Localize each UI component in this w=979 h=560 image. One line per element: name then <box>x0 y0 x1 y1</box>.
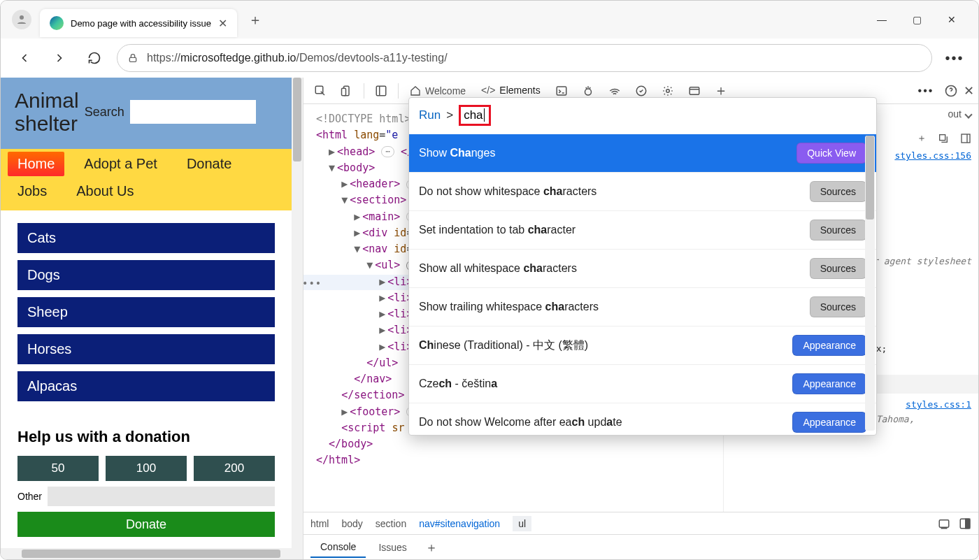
back-button[interactable] <box>12 45 37 71</box>
minimize-button[interactable]: — <box>873 14 890 25</box>
tab-close-icon[interactable]: ✕ <box>218 17 227 30</box>
svg-rect-1 <box>129 57 136 62</box>
svg-rect-14 <box>940 135 945 141</box>
url-text: https://microsoftedge.github.io/Demos/de… <box>147 52 448 64</box>
svg-point-10 <box>666 89 669 92</box>
computed-toggle-icon[interactable] <box>960 133 971 144</box>
other-amount-input[interactable] <box>48 487 275 506</box>
forward-button[interactable] <box>47 45 72 71</box>
list-item[interactable]: Sheep <box>17 297 275 327</box>
source-link[interactable]: styles.css:1 <box>906 398 971 412</box>
command-badge: Sources <box>810 220 866 240</box>
command-item[interactable]: Do not show Welcome after each updateApp… <box>409 403 876 441</box>
drawer-tab-issues[interactable]: Issues <box>369 538 416 557</box>
svg-rect-5 <box>376 86 386 96</box>
vertical-scrollbar[interactable] <box>292 78 303 559</box>
inspect-icon[interactable] <box>308 80 333 101</box>
amount-button[interactable]: 100 <box>106 456 187 481</box>
address-bar[interactable]: https://microsoftedge.github.io/Demos/de… <box>117 44 932 72</box>
gutter-more-icon[interactable]: ••• <box>302 276 322 292</box>
command-prompt-icon: > <box>446 108 453 122</box>
search-input[interactable] <box>130 100 256 124</box>
new-tab-button[interactable]: ＋ <box>248 10 262 29</box>
rendering-icon[interactable] <box>938 517 950 530</box>
list-item[interactable]: Alpacas <box>17 371 275 401</box>
drawer-tab-console[interactable]: Console <box>310 537 366 558</box>
refresh-button[interactable] <box>82 45 107 71</box>
nav-adopt[interactable]: Adopt a Pet <box>74 152 167 176</box>
amount-button[interactable]: 200 <box>194 456 275 481</box>
activity-bar-icon[interactable] <box>369 80 394 101</box>
search-label: Search <box>85 105 124 120</box>
page-header: Animalshelter Search <box>1 78 292 149</box>
close-devtools-button[interactable]: ✕ <box>964 83 974 99</box>
styles-dropdown[interactable]: out <box>948 108 971 120</box>
toggle-classes-icon[interactable] <box>938 133 949 144</box>
command-badge: Sources <box>810 258 866 279</box>
crumb[interactable]: section <box>376 518 406 529</box>
command-item[interactable]: Show all whitespace charactersSources <box>409 249 876 287</box>
command-badge: Sources <box>810 181 866 202</box>
svg-rect-15 <box>962 134 970 143</box>
maximize-button[interactable]: ▢ <box>908 14 925 25</box>
crumb[interactable]: nav#sitenavigation <box>419 518 500 529</box>
svg-rect-11 <box>689 87 699 94</box>
close-window-button[interactable]: ✕ <box>943 14 960 25</box>
svg-point-0 <box>20 15 24 20</box>
list-item[interactable]: Horses <box>17 334 275 364</box>
edge-logo-icon <box>50 16 64 30</box>
nav-home[interactable]: Home <box>8 152 64 176</box>
browser-menu-button[interactable]: ••• <box>942 50 967 66</box>
nav-donate[interactable]: Donate <box>177 152 242 176</box>
new-style-rule-icon[interactable]: ＋ <box>917 132 927 145</box>
other-label: Other <box>17 491 42 502</box>
dock-icon[interactable] <box>959 517 971 530</box>
horizontal-scrollbar[interactable] <box>1 548 303 559</box>
command-input[interactable]: cha <box>459 105 490 126</box>
command-item[interactable]: Set indentation to tab characterSources <box>409 210 876 249</box>
command-badge: Appearance <box>792 373 866 394</box>
command-item[interactable]: Czech - češtinaAppearance <box>409 364 876 403</box>
command-scrollbar[interactable] <box>865 136 875 431</box>
svg-rect-16 <box>939 519 949 527</box>
svg-rect-4 <box>342 88 346 96</box>
crumb[interactable]: ul <box>513 516 531 531</box>
command-badge: Appearance <box>792 335 866 356</box>
svg-point-8 <box>585 89 591 95</box>
lock-icon <box>127 52 138 64</box>
devtools-more-button[interactable]: ••• <box>913 85 938 97</box>
drawer-add-tab[interactable]: ＋ <box>420 539 443 556</box>
site-nav: Home Adopt a Pet Donate Jobs About Us <box>1 149 292 210</box>
donation-section: Help us with a donation 50 100 200 Other… <box>1 428 292 537</box>
browser-tab[interactable]: Demo page with accessibility issue ✕ <box>40 9 237 37</box>
device-toggle-icon[interactable] <box>334 80 359 101</box>
command-badge: Quick View <box>796 143 866 164</box>
command-list: Show ChangesQuick ViewDo not show whites… <box>409 134 876 435</box>
help-icon[interactable] <box>944 84 958 98</box>
window-controls: — ▢ ✕ <box>873 14 971 25</box>
command-item[interactable]: Do not show whitespace charactersSources <box>409 172 876 210</box>
page-viewport: Animalshelter Search Home Adopt a Pet Do… <box>1 78 303 559</box>
list-item[interactable]: Dogs <box>17 260 275 290</box>
crumb[interactable]: body <box>341 518 362 529</box>
donate-button[interactable]: Donate <box>17 512 275 537</box>
command-run-label: Run <box>419 108 441 122</box>
command-item[interactable]: Chinese (Traditional) - 中文 (繁體)Appearanc… <box>409 326 876 364</box>
amount-button[interactable]: 50 <box>17 456 99 481</box>
nav-jobs[interactable]: Jobs <box>8 179 57 203</box>
list-item[interactable]: Cats <box>17 223 275 253</box>
command-item[interactable]: Show trailing whitespace charactersSourc… <box>409 287 876 326</box>
command-item[interactable]: Show ChangesQuick View <box>409 134 876 172</box>
source-link[interactable]: styles.css:156 <box>894 149 971 164</box>
svg-rect-18 <box>966 519 970 529</box>
crumb[interactable]: html <box>310 518 329 529</box>
category-list: Cats Dogs Sheep Horses Alpacas <box>1 210 292 421</box>
navbar: https://microsoftedge.github.io/Demos/de… <box>1 38 978 78</box>
profile-avatar[interactable] <box>12 10 31 29</box>
nav-about[interactable]: About Us <box>66 179 143 203</box>
command-badge: Appearance <box>792 412 866 433</box>
devtools-drawer: Console Issues ＋ <box>303 534 978 559</box>
command-menu: Run > cha Show ChangesQuick ViewDo not s… <box>408 97 877 436</box>
titlebar: Demo page with accessibility issue ✕ ＋ —… <box>1 1 978 38</box>
page-title: Animalshelter <box>15 89 79 135</box>
